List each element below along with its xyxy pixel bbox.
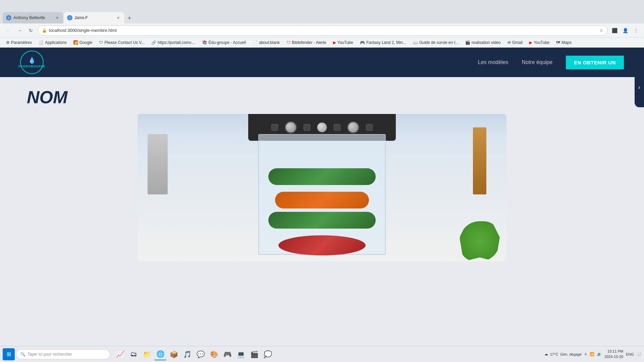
bookmark-icon-maps: 🗺: [556, 40, 560, 45]
bookmark-youtube-1[interactable]: ▶ YouTube: [330, 40, 356, 46]
dehydrator-body: [258, 134, 386, 255]
refresh-button[interactable]: ↻: [26, 26, 36, 35]
taskbar-chevron-up[interactable]: ∧: [584, 352, 587, 356]
tab-title-2: Jams-F: [74, 15, 113, 20]
taskbar-language: ENG: [626, 352, 634, 356]
bookmark-about[interactable]: 📄 about:blank: [250, 40, 282, 46]
taskbar-search-box[interactable]: 🔍 Taper ici pour rechercher: [16, 349, 110, 359]
bookmark-please-contact[interactable]: 🛡 Please Contact Us V...: [96, 40, 147, 46]
bookmark-portail[interactable]: 🔗 https://portail.csmv....: [149, 40, 198, 46]
bookmark-icon-portail: 🔗: [151, 40, 156, 45]
taskbar-app-browser[interactable]: 🌐: [154, 348, 166, 360]
profile-button[interactable]: 👤: [621, 26, 630, 35]
kitchen-container-left: [148, 134, 168, 194]
bookmark-icon-gmail: ✉: [507, 40, 511, 45]
tab-favicon-2: J: [67, 15, 72, 20]
extensions-button[interactable]: ⬛: [610, 26, 619, 35]
taskbar-app-music[interactable]: 🎵: [181, 348, 193, 360]
nav-link-equipe[interactable]: Notre équipe: [522, 59, 553, 65]
bookmark-fantasy[interactable]: 🎮 Fantasy Land 2, Min...: [357, 40, 409, 46]
taskbar-app-discord[interactable]: 💭: [262, 348, 274, 360]
taskbar-app-code[interactable]: 💻: [235, 348, 247, 360]
product-image: [138, 114, 506, 261]
tab-close-2[interactable]: ✕: [115, 15, 121, 20]
logo-circle: 💧 HYDROBOUFFE: [20, 51, 44, 74]
taskbar-app-folder[interactable]: 📁: [141, 348, 153, 360]
page-title: NOM: [27, 87, 617, 107]
taskbar-app-teams[interactable]: 💬: [195, 348, 207, 360]
taskbar-system-icons: ☁ 17°C Gén. dégagé: [544, 352, 582, 356]
bookmark-label-google: Google: [79, 40, 93, 45]
cta-button[interactable]: EN OBTENIR UN: [566, 56, 624, 69]
bookmark-label-guide: Guide de survie en t...: [419, 40, 459, 45]
vegetable-carrot: [275, 192, 369, 208]
vegetable-tomato: [278, 235, 366, 255]
taskbar-app-chart[interactable]: 📈: [114, 348, 126, 360]
forward-button[interactable]: →: [15, 26, 24, 35]
bookmark-gmail[interactable]: ✉ Gmail: [505, 40, 525, 46]
bookmark-parametres[interactable]: ⚙ Paramètres: [3, 40, 35, 46]
bookmark-icon-edu: 📚: [202, 40, 207, 45]
tab-jams-f[interactable]: J Jams-F ✕: [64, 12, 124, 23]
bookmark-icon-youtube-1: ▶: [333, 40, 336, 45]
control-knob-2: [347, 121, 359, 133]
search-icon: 🔍: [20, 352, 25, 357]
tab-close-1[interactable]: ✕: [54, 15, 60, 20]
new-tab-button[interactable]: +: [125, 13, 134, 23]
bookmark-label-youtube-2: YouTube: [534, 40, 549, 45]
taskbar-apps: 📈 🗂 📁 🌐 📦 🎵 💬 🎨 🎮 💻 🎬 💭: [114, 348, 543, 360]
bookmark-label-edu: Édu-groupe - Accueil: [209, 40, 246, 45]
browser-window: A Anthony Belleville ✕ J Jams-F ✕ + ← → …: [0, 0, 644, 362]
bookmark-icon-parametres: ⚙: [6, 40, 10, 45]
bookmark-star-icon[interactable]: ☆: [599, 28, 603, 33]
control-btn-3: [317, 122, 327, 132]
site-logo[interactable]: 💧 HYDROBOUFFE: [20, 51, 44, 74]
bookmark-guide[interactable]: 📖 Guide de survie en t...: [410, 40, 461, 46]
taskbar-app-game[interactable]: 🎮: [221, 348, 233, 360]
menu-button[interactable]: ⋮: [631, 26, 641, 35]
bookmark-bitdefender[interactable]: 🛡 Bitdefender - Alerte: [284, 40, 329, 46]
bookmark-label-about: about:blank: [259, 40, 280, 45]
bookmark-maps[interactable]: 🗺 Maps: [553, 40, 574, 46]
taskbar-app-store[interactable]: 📦: [168, 348, 180, 360]
bookmark-icon-fantasy: 🎮: [360, 40, 365, 45]
taskbar-app-task-view[interactable]: 🗂: [127, 348, 140, 360]
taskbar-app-media[interactable]: 🎬: [248, 348, 260, 360]
bookmark-label-fantasy: Fantasy Land 2, Min...: [366, 40, 406, 45]
logo-drop-icon: 💧: [28, 57, 36, 64]
taskbar-date: 2024-10-20: [604, 354, 623, 359]
taskbar-right: ☁ 17°C Gén. dégagé ∧ 📶 🔊 10:11 PM 2024-1…: [544, 349, 641, 359]
bookmark-edu[interactable]: 📚 Édu-groupe - Accueil: [200, 40, 249, 46]
website-content: 💧 HYDROBOUFFE Les modèles Notre équipe E…: [0, 48, 644, 362]
hero-image: [138, 114, 506, 261]
tab-favicon-1: A: [6, 15, 11, 20]
kitchen-item-right: [473, 127, 486, 194]
bookmark-google[interactable]: G Google: [71, 40, 95, 46]
back-button[interactable]: ←: [3, 26, 13, 35]
bookmark-youtube-2[interactable]: ▶ YouTube: [527, 40, 552, 46]
bookmark-applications[interactable]: ⬜ Applications: [36, 40, 69, 46]
nav-link-modeles[interactable]: Les modèles: [478, 59, 508, 65]
vegetable-lettuce: [460, 221, 500, 261]
taskbar-app-paint[interactable]: 🎨: [208, 348, 220, 360]
tab-anthony-belleville[interactable]: A Anthony Belleville ✕: [3, 12, 63, 23]
taskbar-notification[interactable]: ⬜: [637, 352, 641, 356]
taskbar-network-icon: 📶: [590, 352, 594, 356]
site-main: NOM: [0, 77, 644, 362]
taskbar-volume-icon[interactable]: 🔊: [597, 352, 602, 356]
scroll-hint-button[interactable]: ›: [635, 67, 644, 107]
site-navigation: 💧 HYDROBOUFFE Les modèles Notre équipe E…: [0, 48, 644, 77]
taskbar-time: 10:11 PM: [604, 349, 623, 354]
address-bar[interactable]: 🔒 localhost:3000/single-membre.html ☆: [38, 25, 608, 36]
taskbar-clock[interactable]: 10:11 PM 2024-10-20: [604, 349, 623, 359]
google-favicon: G: [73, 40, 78, 45]
windows-start-button[interactable]: ⊞: [3, 348, 15, 360]
bookmark-label-bitdefender: Bitdefender - Alerte: [292, 40, 326, 45]
bookmark-icon-about: 📄: [253, 40, 258, 45]
vegetable-cucumber-top: [268, 168, 376, 185]
bookmark-realisation[interactable]: 🎬 realisation video: [463, 40, 503, 46]
site-nav-links: Les modèles Notre équipe EN OBTENIR UN: [478, 56, 624, 69]
bookmark-icon-guide: 📖: [413, 40, 418, 45]
bookmark-label-portail: https://portail.csmv....: [158, 40, 195, 45]
bookmark-icon-applications: ⬜: [39, 40, 44, 45]
